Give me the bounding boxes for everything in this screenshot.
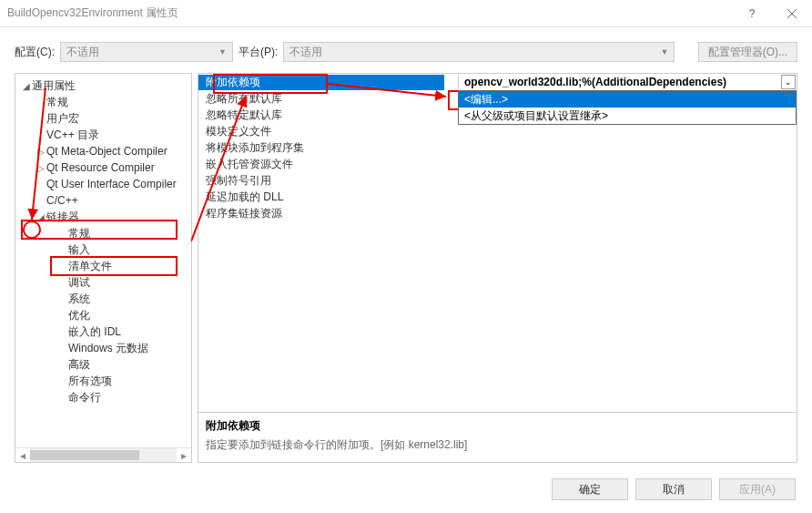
titlebar: BuildOpencv32Environment 属性页 ? [0,0,812,27]
description-body: 指定要添加到链接命令行的附加项。[例如 kernel32.lib] [206,437,789,453]
help-button[interactable]: ? [732,0,772,27]
tree-item[interactable]: Windows 元数据 [15,340,191,356]
tree-item[interactable]: 优化 [15,307,191,323]
tree-item[interactable]: Qt User Interface Compiler [15,176,191,192]
window-title: BuildOpencv32Environment 属性页 [7,5,178,21]
prop-row[interactable]: 延迟加载的 DLL [198,189,797,205]
platform-combo[interactable]: 不适用 ▼ [283,42,675,62]
prop-value-text: opencv_world320d.lib;%(AdditionalDepende… [459,76,781,88]
expand-icon: ▷ [36,163,46,173]
tree-panel: ◢通用属性 常规 用户宏 VC++ 目录 ▷Qt Meta-Object Com… [15,73,192,463]
platform-value: 不适用 [289,45,322,60]
tree-item[interactable]: 清单文件 [15,258,191,274]
chevron-down-icon: ▼ [218,47,227,56]
tree-item[interactable]: 用户宏 [15,110,191,127]
ok-button[interactable]: 确定 [552,478,628,500]
tree-item[interactable]: 命令行 [15,389,191,405]
description-title: 附加依赖项 [206,418,789,434]
tree-item[interactable]: 嵌入的 IDL [15,323,191,340]
tree-item-linker[interactable]: ◢链接器 [15,209,191,225]
prop-row[interactable]: 程序集链接资源 [198,205,797,221]
close-button[interactable] [772,0,812,27]
cancel-button[interactable]: 取消 [635,478,712,500]
apply-button[interactable]: 应用(A) [719,478,796,500]
prop-row[interactable]: 模块定义文件 [198,123,797,139]
toolbar: 配置(C): 不适用 ▼ 平台(P): 不适用 ▼ 配置管理器(O)... [15,38,797,66]
prop-row[interactable]: 将模块添加到程序集 [198,139,797,156]
tree-item[interactable]: VC++ 目录 [15,127,191,143]
collapse-icon: ◢ [36,212,46,222]
tree-scrollbar[interactable]: ◂ ▸ [15,447,191,462]
prop-dropdown: <编辑...> <从父级或项目默认设置继承> [458,90,797,125]
config-combo[interactable]: 不适用 ▼ [60,42,233,62]
property-grid[interactable]: 附加依赖项 opencv_world320d.lib;%(AdditionalD… [198,74,797,412]
dropdown-item-inherit[interactable]: <从父级或项目默认设置继承> [459,108,796,124]
scroll-track[interactable] [30,448,177,462]
prop-row[interactable]: 嵌入托管资源文件 [198,156,797,172]
tree-item[interactable]: 调试 [15,274,191,291]
prop-value-cell[interactable]: opencv_world320d.lib;%(AdditionalDepende… [458,74,797,90]
tree-item[interactable]: 高级 [15,356,191,373]
config-manager-button[interactable]: 配置管理器(O)... [698,42,797,62]
chevron-down-icon: ⌄ [785,77,792,87]
tree-item[interactable]: C/C++ [15,192,191,209]
config-label: 配置(C): [15,45,55,60]
property-panel: 附加依赖项 opencv_world320d.lib;%(AdditionalD… [198,73,797,463]
property-tree[interactable]: ◢通用属性 常规 用户宏 VC++ 目录 ▷Qt Meta-Object Com… [15,74,191,447]
tree-item[interactable]: 所有选项 [15,373,191,389]
chevron-down-icon: ▼ [660,47,668,56]
tree-item[interactable]: ▷Qt Meta-Object Compiler [15,143,191,159]
dropdown-button[interactable]: ⌄ [781,75,796,89]
scroll-thumb[interactable] [30,450,139,460]
collapse-icon: ◢ [21,81,32,91]
tree-item[interactable]: 系统 [15,291,191,307]
tree-item[interactable]: ▷Qt Resource Compiler [15,159,191,176]
dropdown-item-edit[interactable]: <编辑...> [459,91,796,108]
scroll-right-icon[interactable]: ▸ [177,448,191,462]
tree-item[interactable]: 常规 [15,94,191,110]
scroll-left-icon[interactable]: ◂ [15,448,30,462]
description-panel: 附加依赖项 指定要添加到链接命令行的附加项。[例如 kernel32.lib] [198,412,797,462]
tree-root[interactable]: ◢通用属性 [15,77,191,94]
tree-item-input[interactable]: 输入 [15,241,191,258]
dialog-footer: 确定 取消 应用(A) [552,478,796,500]
config-value: 不适用 [66,45,99,60]
platform-label: 平台(P): [239,45,278,60]
prop-row[interactable]: 强制符号引用 [198,172,797,189]
tree-item[interactable]: 常规 [15,225,191,241]
expand-icon: ▷ [36,147,46,157]
